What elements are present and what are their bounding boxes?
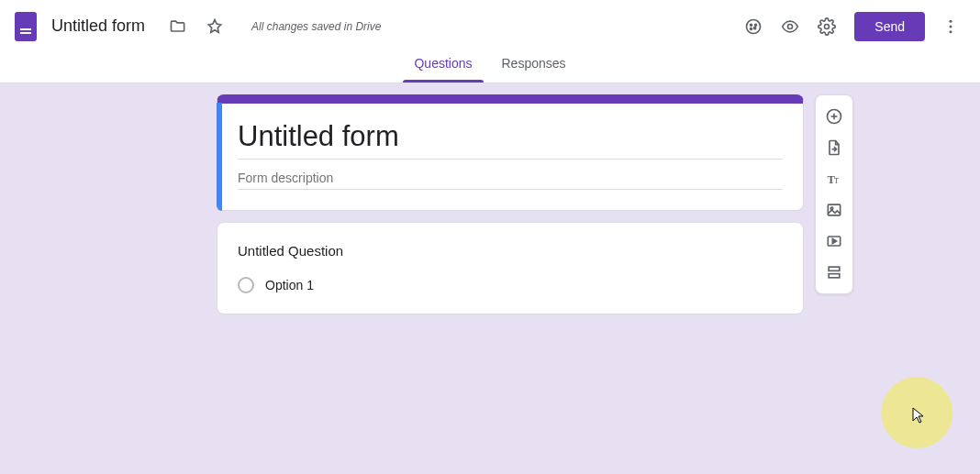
add-question-button[interactable] (819, 101, 850, 132)
form-header-card[interactable] (217, 94, 804, 211)
option-label[interactable]: Option 1 (265, 278, 314, 292)
forms-logo-icon[interactable] (15, 12, 37, 41)
question-title[interactable]: Untitled Question (238, 243, 783, 259)
svg-rect-21 (829, 274, 840, 278)
svg-point-9 (950, 30, 952, 33)
add-image-button[interactable] (819, 194, 850, 226)
send-button[interactable]: Send (854, 12, 925, 41)
cursor-icon (912, 407, 925, 427)
svg-marker-19 (832, 239, 836, 244)
form-name[interactable]: Untitled form (51, 17, 145, 36)
svg-point-6 (825, 24, 830, 28)
tab-questions[interactable]: Questions (403, 52, 483, 83)
app-header: Untitled form All changes saved in Drive… (0, 0, 980, 52)
svg-point-5 (788, 24, 793, 28)
save-status: All changes saved in Drive (251, 20, 381, 33)
radio-icon (238, 277, 254, 293)
side-toolbar: TT (815, 94, 853, 294)
settings-gear-icon[interactable] (808, 8, 845, 45)
question-card[interactable]: Untitled Question Option 1 (217, 222, 804, 314)
svg-point-8 (950, 25, 952, 28)
svg-point-0 (747, 19, 761, 33)
move-folder-icon[interactable] (160, 8, 196, 45)
add-video-button[interactable] (819, 226, 850, 257)
customize-theme-icon[interactable] (735, 8, 772, 45)
form-title-input[interactable] (238, 120, 783, 160)
form-canvas: Untitled Question Option 1 TT (0, 83, 980, 474)
svg-rect-20 (829, 267, 840, 270)
import-questions-button[interactable] (819, 132, 850, 163)
preview-icon[interactable] (772, 8, 808, 45)
add-title-button[interactable]: TT (819, 163, 850, 194)
svg-point-4 (754, 27, 756, 28)
option-row[interactable]: Option 1 (238, 277, 783, 293)
more-options-icon[interactable] (932, 8, 969, 45)
form-description-input[interactable] (238, 167, 783, 190)
star-icon[interactable] (196, 8, 233, 45)
svg-point-7 (950, 19, 952, 22)
tab-bar: Questions Responses (0, 52, 980, 83)
svg-point-3 (751, 28, 752, 29)
svg-text:T: T (834, 177, 839, 185)
svg-point-2 (755, 24, 757, 26)
tab-responses[interactable]: Responses (491, 52, 577, 83)
svg-point-1 (751, 24, 752, 26)
svg-rect-16 (828, 204, 840, 215)
add-section-button[interactable] (819, 257, 850, 288)
